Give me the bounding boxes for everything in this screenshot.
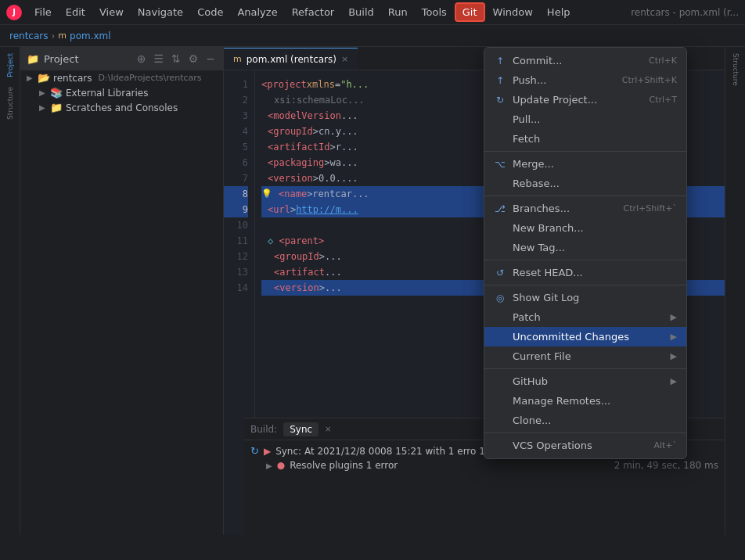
git-menu-item-reset[interactable]: ↺ Reset HEAD...: [484, 263, 686, 282]
window-title: rentcars - pom.xml (r...: [631, 7, 739, 18]
menu-separator: [484, 285, 686, 285]
git-menu-item-newbranch[interactable]: New Branch...: [484, 218, 686, 238]
menu-help[interactable]: Help: [541, 4, 577, 20]
sort-icon[interactable]: ⇅: [170, 51, 182, 66]
build-sub-item: ▶ ● Resolve plugins 1 error 2 min, 49 se…: [250, 458, 718, 472]
folder-rentcars-icon: 📂: [38, 72, 50, 84]
menu-item-label-branches: Branches...: [513, 203, 617, 214]
menu-item-label-update: Update Project...: [513, 94, 642, 106]
tree-arrow-scratches: ▶: [39, 103, 47, 112]
menu-analyze[interactable]: Analyze: [231, 4, 283, 20]
tree-item-scratches[interactable]: ▶ 📁 Scratches and Consoles: [20, 100, 223, 115]
menu-run[interactable]: Run: [382, 4, 414, 20]
bottom-tab-close[interactable]: ×: [325, 425, 331, 433]
git-menu-item-branches[interactable]: ⎇ Branches... Ctrl+Shift+`: [484, 199, 686, 218]
git-menu-item-gitlog[interactable]: ◎ Show Git Log: [484, 288, 686, 307]
git-menu-item-commit[interactable]: ↑ Commit... Ctrl+K: [484, 51, 686, 70]
breadcrumb-file[interactable]: pom.xml: [70, 31, 111, 41]
tree-label-rentcars: rentcars: [53, 73, 92, 84]
menu-file[interactable]: File: [28, 4, 58, 20]
git-menu-item-vcsops[interactable]: VCS Operations Alt+`: [484, 436, 686, 455]
app-logo: J: [6, 5, 22, 20]
structure-tab-label[interactable]: Structure: [732, 53, 740, 86]
sync-refresh-icon[interactable]: ↻: [250, 445, 259, 457]
tab-close-button[interactable]: ×: [341, 54, 348, 64]
git-menu-item-currentfile[interactable]: Current File ▶: [484, 346, 686, 366]
git-menu-item-newtag[interactable]: New Tag...: [484, 238, 686, 257]
menu-item-icon-merge: ⌥: [494, 159, 506, 170]
menu-item-shortcut-commit: Ctrl+K: [649, 56, 677, 66]
sidebar-project-label[interactable]: Project: [6, 53, 14, 77]
git-menu-item-github[interactable]: GitHub ▶: [484, 372, 686, 391]
menu-separator: [484, 368, 686, 369]
breadcrumb: rentcars › m pom.xml: [0, 25, 745, 47]
menu-item-label-newtag: New Tag...: [513, 242, 677, 253]
editor-tab-pom[interactable]: m pom.xml (rentcars) ×: [224, 48, 358, 70]
menu-item-label-rebase: Rebase...: [513, 178, 677, 189]
menu-git[interactable]: Git: [455, 2, 485, 22]
add-icon[interactable]: ⊕: [135, 51, 148, 66]
menu-item-icon-reset: ↺: [494, 267, 506, 278]
breadcrumb-sep1: ›: [52, 31, 56, 41]
menu-item-label-uncommitted: Uncommitted Changes: [513, 331, 664, 343]
library-icon: 📚: [50, 87, 63, 99]
git-menu-item-rebase[interactable]: Rebase...: [484, 174, 686, 193]
menu-navigate[interactable]: Navigate: [131, 4, 189, 20]
git-menu-item-push[interactable]: ↑ Push... Ctrl+Shift+K: [484, 70, 686, 90]
git-menu-item-fetch[interactable]: Fetch: [484, 129, 686, 149]
tree-label-libraries: External Libraries: [66, 88, 148, 99]
menu-item-icon-branches: ⎇: [494, 203, 506, 214]
folder-icon: 📁: [27, 53, 39, 65]
title-bar: J File Edit View Navigate Code Analyze R…: [0, 0, 745, 25]
menu-refactor[interactable]: Refactor: [286, 4, 341, 20]
panel-header: 📁 Project ⊕ ☰ ⇅ ⚙ −: [20, 47, 223, 70]
menu-build[interactable]: Build: [342, 4, 380, 20]
git-menu-item-managerem[interactable]: Manage Remotes...: [484, 391, 686, 411]
git-menu-item-patch[interactable]: Patch ▶: [484, 307, 686, 327]
sub-item-label: Resolve plugins 1 error: [290, 460, 398, 471]
menu-item-label-pull: Pull...: [513, 113, 677, 125]
git-menu-item-uncommitted[interactable]: Uncommitted Changes ▶: [484, 327, 686, 346]
menu-bar: File Edit View Navigate Code Analyze Ref…: [28, 2, 631, 22]
scratches-icon: 📁: [50, 102, 63, 113]
menu-edit[interactable]: Edit: [59, 4, 92, 20]
tree-label-scratches: Scratches and Consoles: [66, 102, 178, 113]
sub-item-time: 2 min, 49 sec, 180 ms: [614, 460, 718, 471]
menu-item-label-reset: Reset HEAD...: [513, 267, 677, 278]
breadcrumb-file-icon: m: [58, 31, 67, 41]
collapse-icon[interactable]: ☰: [152, 51, 165, 66]
git-menu-item-merge[interactable]: ⌥ Merge...: [484, 154, 686, 174]
git-dropdown-menu: ↑ Commit... Ctrl+K ↑ Push... Ctrl+Shift+…: [484, 47, 687, 459]
menu-item-label-patch: Patch: [513, 311, 664, 323]
menu-item-shortcut-branches: Ctrl+Shift+`: [623, 203, 677, 214]
menu-view[interactable]: View: [93, 4, 130, 20]
tree-arrow-libraries: ▶: [39, 88, 47, 97]
git-menu-item-update[interactable]: ↻ Update Project... Ctrl+T: [484, 90, 686, 109]
breadcrumb-project[interactable]: rentcars: [9, 31, 49, 41]
lightbulb-icon: 💡: [261, 186, 272, 202]
sidebar-structure-label[interactable]: Structure: [6, 87, 14, 120]
menu-item-label-merge: Merge...: [513, 158, 677, 170]
git-menu-item-clone[interactable]: Clone...: [484, 411, 686, 430]
settings-icon[interactable]: ⚙: [187, 51, 200, 66]
menu-item-label-commit: Commit...: [513, 55, 642, 66]
menu-item-shortcut-update: Ctrl+T: [649, 95, 677, 105]
tree-arrow-rentcars: ▶: [27, 74, 34, 82]
build-static-label: Build:: [250, 424, 277, 435]
menu-item-label-vcsops: VCS Operations: [513, 440, 647, 451]
menu-item-arrow-patch: ▶: [671, 312, 677, 322]
minimize-icon[interactable]: −: [204, 51, 217, 66]
project-panel: 📁 Project ⊕ ☰ ⇅ ⚙ − ▶ 📂 rentcars D:\Idea…: [20, 47, 224, 535]
menu-item-arrow-uncommitted: ▶: [671, 332, 677, 342]
bottom-tab-sync[interactable]: Sync: [283, 422, 319, 436]
tree-item-libraries[interactable]: ▶ 📚 External Libraries: [20, 85, 223, 100]
tree-item-rentcars[interactable]: ▶ 📂 rentcars D:\IdeaProjects\rentcars: [20, 70, 223, 85]
menu-code[interactable]: Code: [191, 4, 229, 20]
menu-tools[interactable]: Tools: [416, 4, 453, 20]
left-sidebar: Project Structure: [0, 47, 20, 535]
expand-arrow-icon[interactable]: ▶: [266, 461, 272, 470]
git-menu-item-pull[interactable]: Pull...: [484, 109, 686, 129]
tree-path-rentcars: D:\IdeaProjects\rentcars: [99, 73, 202, 83]
menu-item-label-currentfile: Current File: [513, 350, 664, 362]
menu-window[interactable]: Window: [487, 4, 539, 20]
